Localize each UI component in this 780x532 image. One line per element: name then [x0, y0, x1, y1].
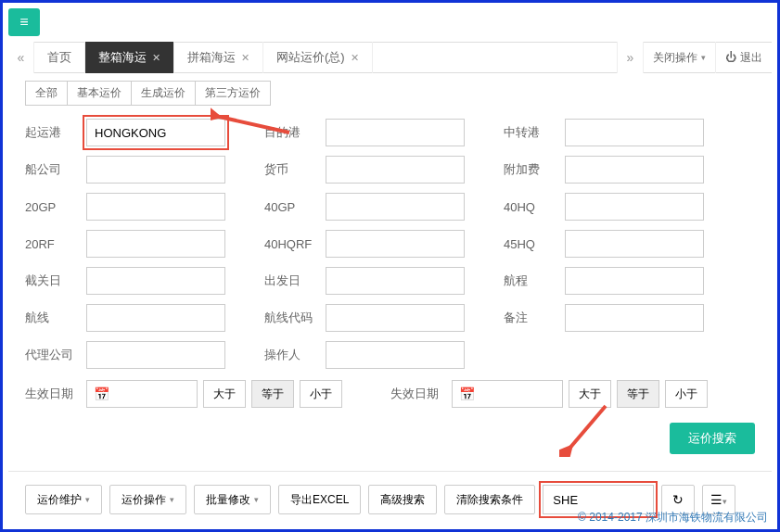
label-20gp: 20GP	[25, 200, 81, 214]
tab-lcl[interactable]: 拼箱海运✕	[174, 42, 263, 73]
hamburger-button[interactable]: ≡	[8, 8, 40, 36]
footer: © 2014-2017 深圳市海铁物流有限公司	[578, 510, 768, 526]
input-effdate[interactable]	[86, 380, 198, 408]
input-cutoff[interactable]	[86, 267, 225, 295]
tab-scroll-right[interactable]: »	[617, 42, 643, 73]
input-40gp[interactable]	[326, 193, 465, 221]
tab-label: 拼箱海运	[187, 49, 236, 66]
label-pol: 起运港	[25, 124, 81, 141]
expdate-lt[interactable]: 小于	[665, 380, 708, 408]
price-type-pills: 全部 基本运价 生成运价 第三方运价	[25, 81, 755, 106]
company-link[interactable]: 深圳市海铁物流有限公司	[646, 511, 768, 524]
operate-button[interactable]: 运价操作▾	[109, 485, 186, 514]
input-pod[interactable]	[326, 119, 465, 146]
label-expdate: 失效日期	[390, 386, 446, 402]
input-route[interactable]	[86, 304, 225, 332]
pill-thirdparty[interactable]: 第三方运价	[195, 81, 271, 106]
list-icon: ☰	[710, 492, 722, 507]
input-45hq[interactable]	[565, 230, 704, 258]
input-operator[interactable]	[326, 341, 465, 369]
caret-down-icon: ▾	[701, 53, 706, 62]
input-via[interactable]	[565, 119, 704, 146]
caret-down-icon: ▾	[170, 495, 174, 504]
label-route: 航线	[25, 310, 81, 326]
tab-site-price[interactable]: 网站运价(总)✕	[263, 42, 373, 73]
label-operator: 操作人	[264, 347, 320, 363]
label-etd: 出发日	[264, 272, 320, 289]
refresh-icon: ↻	[672, 492, 684, 507]
label-cutoff: 截关日	[25, 272, 81, 289]
label-effdate: 生效日期	[25, 386, 81, 402]
logout-button[interactable]: ⏻退出	[715, 42, 772, 73]
label-remark: 备注	[504, 310, 559, 326]
tab-label: 首页	[47, 49, 71, 66]
tab-strip: « 首页 整箱海运✕ 拼箱海运✕ 网站运价(总)✕ » 关闭操作▾ ⏻退出	[8, 42, 772, 73]
caret-down-icon: ▾	[722, 497, 727, 506]
search-button[interactable]: 运价搜索	[670, 423, 755, 454]
input-currency[interactable]	[326, 156, 465, 184]
close-operations[interactable]: 关闭操作▾	[643, 42, 715, 73]
effdate-gt[interactable]: 大于	[203, 380, 246, 408]
label-40hqrf: 40HQRF	[264, 237, 320, 251]
close-icon[interactable]: ✕	[241, 52, 249, 64]
caret-down-icon: ▾	[85, 495, 90, 504]
power-icon: ⏻	[725, 51, 736, 64]
tab-home[interactable]: 首页	[34, 42, 85, 73]
label-45hq: 45HQ	[504, 237, 559, 251]
close-icon[interactable]: ✕	[351, 52, 359, 64]
input-agent[interactable]	[86, 341, 225, 369]
label-tt: 航程	[504, 272, 559, 289]
effdate-eq[interactable]: 等于	[251, 380, 294, 408]
input-tt[interactable]	[565, 267, 704, 295]
input-20gp[interactable]	[86, 193, 225, 221]
label-surcharge: 附加费	[504, 161, 559, 178]
clear-search-button[interactable]: 清除搜索条件	[444, 485, 535, 514]
input-routecode[interactable]	[326, 304, 465, 332]
pill-all[interactable]: 全部	[25, 81, 68, 106]
label-20rf: 20RF	[25, 237, 81, 251]
tab-scroll-left[interactable]: «	[8, 42, 34, 73]
input-surcharge[interactable]	[565, 156, 704, 184]
tab-label: 网站运价(总)	[276, 49, 345, 66]
input-remark[interactable]	[565, 304, 704, 332]
tab-label: 整箱海运	[98, 49, 147, 66]
effdate-lt[interactable]: 小于	[300, 380, 342, 408]
label-40hq: 40HQ	[504, 200, 559, 214]
expdate-eq[interactable]: 等于	[617, 380, 659, 408]
pill-generated[interactable]: 生成运价	[131, 81, 196, 106]
label-agent: 代理公司	[25, 347, 81, 363]
input-etd[interactable]	[326, 267, 465, 295]
input-expdate[interactable]	[452, 380, 563, 408]
label-routecode: 航线代码	[264, 310, 320, 326]
input-40hqrf[interactable]	[326, 230, 465, 258]
label-40gp: 40GP	[264, 200, 320, 214]
label-currency: 货币	[264, 161, 320, 178]
expdate-gt[interactable]: 大于	[569, 380, 611, 408]
input-20rf[interactable]	[86, 230, 225, 258]
maintain-button[interactable]: 运价维护▾	[25, 485, 102, 514]
advanced-search-button[interactable]: 高级搜索	[368, 485, 437, 514]
divider	[8, 471, 772, 472]
label-pod: 目的港	[264, 124, 320, 141]
close-icon[interactable]: ✕	[152, 52, 160, 64]
pill-basic[interactable]: 基本运价	[67, 81, 132, 106]
label-carrier: 船公司	[25, 161, 81, 178]
caret-down-icon: ▾	[254, 495, 259, 504]
tab-fcl[interactable]: 整箱海运✕	[85, 42, 174, 73]
label-via: 中转港	[504, 124, 559, 141]
input-pol[interactable]	[86, 119, 225, 146]
batch-button[interactable]: 批量修改▾	[194, 485, 271, 514]
input-40hq[interactable]	[565, 193, 704, 221]
input-carrier[interactable]	[86, 156, 225, 184]
export-button[interactable]: 导出EXCEL	[278, 485, 361, 514]
